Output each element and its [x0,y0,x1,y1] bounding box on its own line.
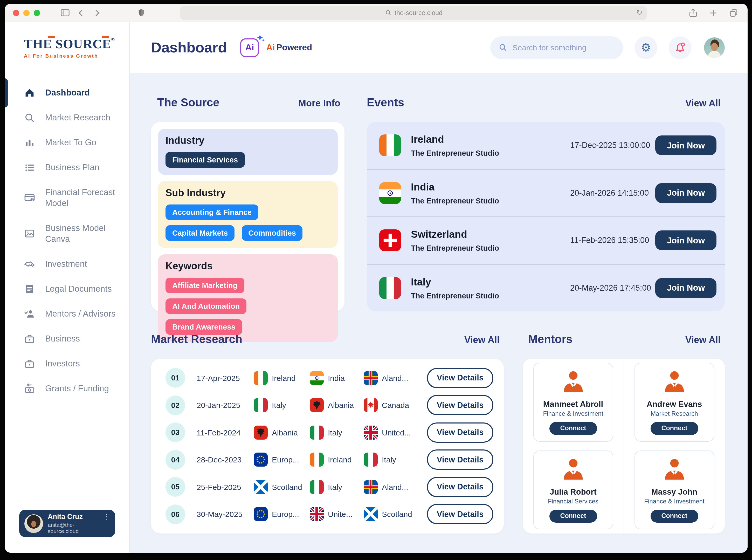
settings-button[interactable]: ⚙ [634,36,657,59]
join-now-button[interactable]: Join Now [655,183,716,203]
sidebar-item-market-research[interactable]: Market Research [5,105,129,130]
flag-aland-icon [364,480,378,494]
view-details-button[interactable]: View Details [427,450,493,470]
sidebar-item-dashboard[interactable]: Dashboard [5,80,129,105]
events-view-all-link[interactable]: View All [685,98,720,109]
share-icon[interactable] [687,7,699,18]
connect-button[interactable]: Connect [549,509,597,523]
global-search [490,36,623,59]
join-now-button[interactable]: Join Now [655,231,716,251]
flag-ireland-icon [310,453,324,467]
mentor-name: Manmeet Abroll [537,400,610,409]
main-header: Dashboard Ai ✦ ✦ AiPowered ⚙ [130,22,748,73]
search-input[interactable] [512,43,615,52]
mentor-avatar-icon [561,474,585,483]
event-country: India [411,181,499,193]
sub-industry-tag: Capital Markets [165,225,235,241]
app-logo: THE SOURCE® AI For Business Growth [24,37,129,59]
doc-icon [24,283,35,295]
forward-button[interactable] [91,7,103,18]
sidebar-user-card[interactable]: Anita Cruz anita@the-source.cloud ⋮ [19,509,115,537]
profile-avatar[interactable] [704,37,725,58]
handshake-icon [24,258,35,270]
user-name: Anita Cruz [48,513,99,521]
close-window-button[interactable] [13,9,19,16]
event-country: Switzerland [411,228,499,241]
sidebar-item-grants-funding[interactable]: Grants / Funding [5,376,129,401]
zoom-window-button[interactable] [34,9,40,16]
flag-albania-icon [254,425,268,440]
connect-button[interactable]: Connect [651,509,698,523]
join-now-button[interactable]: Join Now [655,136,716,156]
tab-overview-icon[interactable] [728,7,739,18]
sidebar-item-investors[interactable]: Investors [5,352,129,376]
connect-button[interactable]: Connect [651,422,698,435]
mentor-card: Manmeet Abroll Finance & Investment Conn… [533,363,613,442]
briefcase-icon [24,358,35,369]
privacy-shield-icon[interactable] [136,7,147,18]
more-info-link[interactable]: More Info [298,98,340,109]
event-datetime: 17-Dec-2025 13:00:00 [570,141,650,150]
notifications-button[interactable] [669,36,692,59]
mentors-section: Mentors View All Manmeet Abroll F [523,333,725,534]
sub-industry-box: Sub Industry Accounting & Finance Capita… [158,181,338,248]
sidebar-item-label: Market To Go [45,137,96,148]
row-number: 03 [165,423,185,442]
ai-badge-icon: Ai ✦ ✦ [241,38,259,57]
flag-ireland-icon [379,135,401,157]
event-organizer: The Entrepreneur Studio [411,244,499,253]
user-email: anita@the-source.cloud [48,522,99,534]
back-button[interactable] [75,7,87,18]
sidebar-item-investment[interactable]: Investment [5,252,129,277]
sidebar-item-mentors-advisors[interactable]: Mentors / Advisors [5,302,129,326]
grant-icon [24,383,35,395]
search-icon [499,43,507,53]
new-tab-icon[interactable] [708,7,719,18]
sidebar-item-business-model-canva[interactable]: Business Model Canva [5,216,129,252]
bell-icon [674,42,686,53]
sidebar-item-label: Market Research [45,112,110,123]
user-menu-icon[interactable]: ⋮ [103,513,110,521]
sidebar-item-legal-documents[interactable]: Legal Documents [5,277,129,302]
logo-tagline: AI For Business Growth [24,53,129,59]
sidebar-item-financial-forecast-model[interactable]: $ Financial Forecast Model [5,180,129,216]
view-details-button[interactable]: View Details [427,477,493,497]
view-details-button[interactable]: View Details [427,395,493,416]
mentor-card: Massy John Finance & Investment Connect [634,451,714,529]
view-details-button[interactable]: View Details [427,422,493,443]
flag-scotland-icon [254,480,268,494]
mentors-view-all-link[interactable]: View All [685,335,720,346]
reload-icon[interactable]: ↻ [636,8,642,16]
sidebar-item-label: Legal Documents [45,283,112,295]
table-row: 02 20-Jan-2025 Italy Albania Canada View… [159,392,495,419]
market-research-view-all-link[interactable]: View All [464,335,500,346]
flag-aland-icon [364,371,378,385]
event-row: Ireland The Entrepreneur Studio 17-Dec-2… [367,122,725,169]
flag-india-icon [379,182,401,204]
event-datetime: 11-Feb-2026 15:35:00 [570,236,649,245]
url-bar[interactable]: the-source.cloud ↻ [180,6,647,19]
market-research-section: Market Research View All 01 17-Apr-2025 … [151,333,504,534]
country-label: Europ... [272,455,299,464]
minimize-window-button[interactable] [23,9,29,16]
sidebar-item-market-to-go[interactable]: Market To Go [5,130,129,155]
view-details-button[interactable]: View Details [427,368,493,388]
sidebar-item-label: Investment [45,258,87,269]
mentor-name: Andrew Evans [638,400,711,409]
active-indicator [5,78,8,107]
event-organizer: The Entrepreneur Studio [411,149,499,158]
event-country: Italy [411,276,499,288]
sidebar-item-business-plan[interactable]: Business Plan [5,155,129,180]
connect-button[interactable]: Connect [549,422,597,435]
view-details-button[interactable]: View Details [427,504,493,524]
sidebar-toggle-icon[interactable] [59,7,70,18]
sidebar-item-business[interactable]: Business [5,326,129,352]
logo-text: THE SOURCE [24,37,111,51]
ai-badge-text: Ai [245,42,254,53]
event-row: India The Entrepreneur Studio 20-Jan-202… [367,169,725,216]
country-label: Ireland [328,455,352,464]
join-now-button[interactable]: Join Now [655,278,716,298]
flag-italy-icon [364,453,378,467]
country-label: Europ... [272,510,299,519]
country-label: Ireland [272,374,296,382]
